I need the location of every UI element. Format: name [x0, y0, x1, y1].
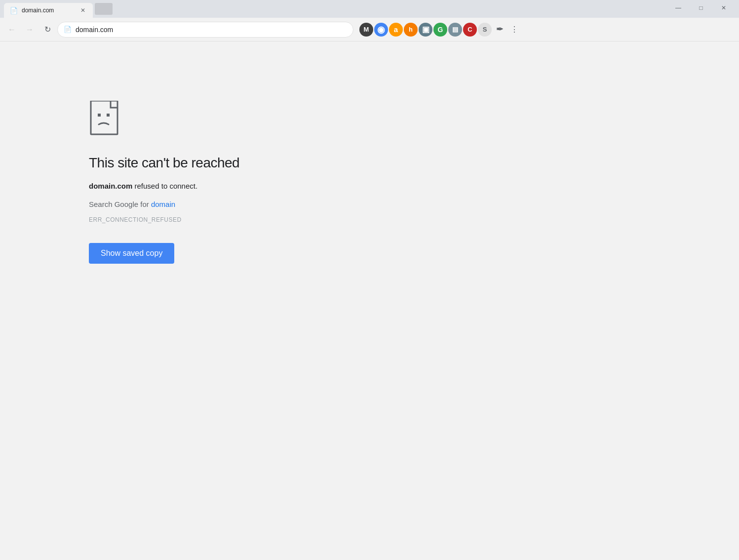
address-text: domain.com	[76, 26, 347, 34]
forward-button[interactable]: →	[22, 22, 38, 38]
browser-menu-button[interactable]: ⋮	[507, 23, 521, 37]
ext-mailtrack[interactable]: M	[359, 23, 373, 37]
browser-tab[interactable]: 📄 domain.com ✕	[4, 3, 93, 18]
tab-close-button[interactable]: ✕	[79, 6, 87, 14]
title-bar: 📄 domain.com ✕ — □ ✕	[0, 0, 739, 18]
tab-title: domain.com	[22, 7, 75, 14]
error-icon	[89, 101, 124, 140]
ext-s[interactable]: S	[478, 23, 492, 37]
ext-honey[interactable]: h	[404, 23, 418, 37]
search-link[interactable]: domain	[151, 200, 175, 208]
svg-rect-0	[91, 101, 117, 134]
tab-page-icon: 📄	[10, 7, 18, 14]
navigation-bar: ← → ↻ 📄 domain.com M ◉ a h ▣ G ▤ C S ✒ ⋮	[0, 18, 739, 41]
error-domain: domain.com	[89, 182, 132, 190]
ext-screen[interactable]: ▣	[419, 23, 432, 37]
address-bar-icon: 📄	[64, 26, 72, 33]
error-container: This site can't be reached domain.com re…	[89, 101, 239, 264]
close-button[interactable]: ✕	[712, 0, 735, 16]
minimize-button[interactable]: —	[667, 0, 690, 16]
search-prefix: Search Google for	[89, 200, 151, 208]
window-controls: — □ ✕	[667, 0, 735, 18]
ext-c[interactable]: C	[463, 23, 477, 37]
browser-window: 📄 domain.com ✕ — □ ✕ ← → ↻ 📄 domain.com …	[0, 0, 739, 560]
error-title: This site can't be reached	[89, 155, 239, 171]
address-bar[interactable]: 📄 domain.com	[57, 22, 353, 38]
reload-button[interactable]: ↻	[39, 22, 55, 38]
extensions-area: M ◉ a h ▣ G ▤ C S ✒ ⋮	[359, 23, 521, 37]
ext-blue[interactable]: ◉	[374, 23, 388, 37]
svg-rect-2	[107, 114, 110, 117]
error-description: domain.com refused to connect.	[89, 181, 197, 192]
ext-grammarly[interactable]: G	[433, 23, 447, 37]
page-content: This site can't be reached domain.com re…	[0, 41, 739, 560]
show-saved-copy-button[interactable]: Show saved copy	[89, 243, 174, 264]
ext-amazon[interactable]: a	[389, 23, 403, 37]
error-search: Search Google for domain	[89, 200, 175, 208]
maximize-button[interactable]: □	[690, 0, 712, 16]
error-description-suffix: refused to connect.	[132, 182, 197, 190]
ext-gray[interactable]: ▤	[448, 23, 462, 37]
back-button[interactable]: ←	[4, 22, 20, 38]
ext-pen[interactable]: ✒	[493, 23, 506, 37]
new-tab-area	[95, 3, 113, 15]
svg-rect-1	[98, 114, 101, 117]
error-code: ERR_CONNECTION_REFUSED	[89, 216, 182, 223]
